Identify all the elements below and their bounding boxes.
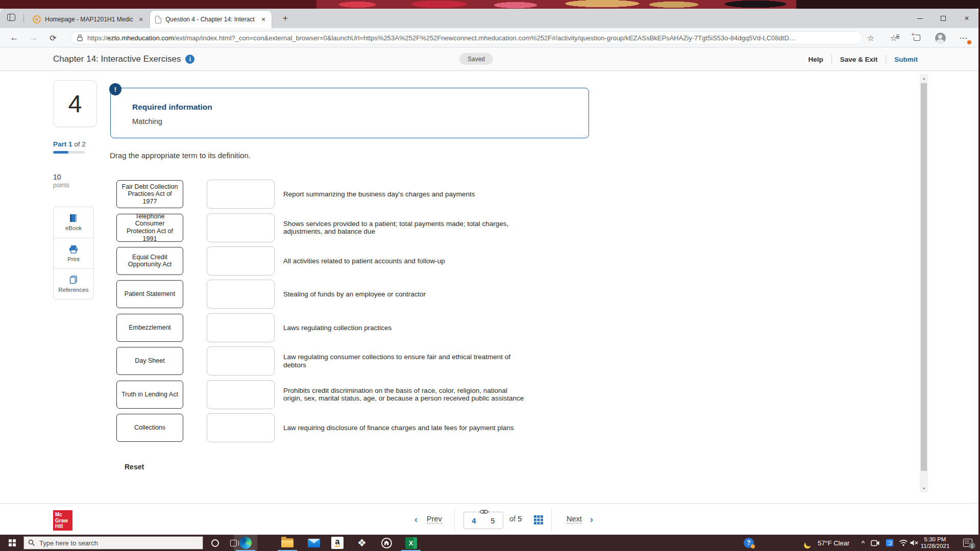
reset-button[interactable]: Reset	[125, 463, 144, 471]
close-tab-icon[interactable]: ✕	[259, 15, 267, 23]
term-draggable[interactable]: Fair Debt Collection Practices Act of 19…	[116, 180, 183, 208]
term-draggable[interactable]: Truth in Lending Act	[116, 381, 183, 409]
required-information-alert: ! Required information Matching	[110, 88, 589, 138]
info-icon[interactable]: i	[185, 55, 194, 64]
scrollbar-thumb[interactable]	[921, 83, 927, 471]
address-bar[interactable]: https://ezto.mheducation.com/ext/map/ind…	[70, 31, 863, 44]
notification-icon: 1	[963, 539, 972, 547]
file-explorer-icon	[281, 538, 293, 547]
cortana-button[interactable]	[206, 535, 224, 551]
term-draggable[interactable]: Embezzlement	[116, 314, 183, 342]
tab-actions-icon	[7, 14, 15, 21]
help-icon: ?	[744, 538, 754, 548]
tab-title: Question 4 - Chapter 14: Interact	[165, 16, 259, 23]
help-notification-dot	[751, 544, 755, 548]
taskbar-app-button[interactable]	[375, 535, 398, 551]
print-icon	[68, 245, 79, 254]
dropbox-icon: ❖	[357, 538, 366, 548]
points-label: points	[53, 182, 69, 189]
maximize-button[interactable]	[932, 9, 955, 28]
moon-icon	[804, 539, 813, 547]
drop-zone[interactable]	[207, 280, 275, 309]
back-button[interactable]: ←	[8, 32, 20, 44]
matching-area: Fair Debt Collection Practices Act of 19…	[116, 178, 524, 444]
scroll-up-icon[interactable]: ▲	[920, 74, 928, 82]
windows-taskbar: a ❖ X ? 57°F Clear ^	[0, 535, 980, 551]
taskbar-dropbox-button[interactable]: ❖	[350, 535, 374, 551]
search-input[interactable]	[39, 539, 187, 547]
tab-question-active[interactable]: Question 4 - Chapter 14: Interact ✕	[150, 11, 272, 28]
refresh-button[interactable]: ⟳	[47, 32, 59, 44]
tray-help-button[interactable]: ?	[741, 535, 756, 551]
close-window-button[interactable]: ✕	[955, 9, 978, 28]
taskbar-amazon-button[interactable]: a	[326, 535, 349, 551]
ink-workspace-icon	[886, 539, 893, 546]
drop-zone[interactable]	[207, 180, 275, 209]
next-chevron-icon[interactable]: ›	[590, 504, 593, 535]
help-button[interactable]: Help	[808, 56, 823, 63]
add-favorite-star-icon[interactable]: ☆	[865, 32, 877, 43]
tray-ink-workspace-button[interactable]	[883, 535, 896, 551]
settings-more-button[interactable]: ⋯	[958, 32, 970, 43]
term-draggable[interactable]: Equal Credit Opportunity Act	[116, 247, 183, 275]
ebook-icon	[68, 214, 79, 223]
definition-text: All activities related to patient accoun…	[283, 257, 524, 265]
term-draggable[interactable]: Telephone Consumer Protection Act of 199…	[116, 214, 183, 242]
drop-zone[interactable]	[207, 346, 275, 375]
tray-overflow-chevron[interactable]: ^	[857, 535, 869, 551]
ebook-button[interactable]: eBook	[54, 207, 93, 238]
cortana-icon	[211, 539, 219, 547]
mail-icon	[308, 539, 320, 547]
linked-questions-chain-icon	[476, 508, 492, 515]
maximize-icon	[941, 16, 946, 21]
lock-icon	[77, 34, 83, 41]
tab-actions-menu-button[interactable]	[7, 14, 17, 23]
favorites-hub-icon[interactable]: ☆	[888, 32, 900, 43]
term-draggable[interactable]: Patient Statement	[116, 280, 183, 308]
submit-button[interactable]: Submit	[894, 56, 918, 63]
next-button[interactable]: Next	[567, 515, 582, 523]
url-text: https://ezto.mheducation.com/ext/map/ind…	[87, 34, 796, 42]
prev-chevron-icon[interactable]: ‹	[414, 504, 418, 535]
tray-meet-now-button[interactable]	[869, 535, 882, 551]
taskbar-search[interactable]	[23, 536, 203, 549]
drop-zone[interactable]	[207, 313, 275, 342]
question-map-grid-icon[interactable]	[534, 515, 543, 524]
weather-widget[interactable]: 57°F Clear	[818, 535, 849, 551]
new-tab-button[interactable]: +	[280, 13, 291, 24]
part-progress-bar	[53, 151, 85, 154]
definition-text: Shows services provided to a patient; to…	[283, 220, 524, 236]
close-tab-icon[interactable]: ✕	[137, 15, 145, 23]
drop-zone[interactable]	[207, 213, 275, 242]
forward-button[interactable]: →	[28, 32, 40, 44]
term-draggable[interactable]: Day Sheet	[116, 347, 183, 375]
definition-text: Law requiring disclosure of finance char…	[283, 424, 524, 432]
tray-notification-button[interactable]: 1	[958, 535, 978, 551]
drop-zone[interactable]	[207, 413, 275, 442]
taskbar-mail-button[interactable]	[302, 535, 326, 551]
minimize-button[interactable]	[908, 9, 932, 28]
collections-icon[interactable]	[911, 32, 923, 43]
print-button[interactable]: Print	[54, 238, 93, 268]
header-separator	[831, 55, 832, 64]
drop-zone[interactable]	[207, 380, 275, 409]
scroll-down-icon[interactable]: ▼	[920, 484, 928, 492]
prev-button[interactable]: Prev	[427, 515, 442, 523]
profile-avatar[interactable]	[934, 32, 946, 43]
start-button[interactable]	[3, 535, 21, 551]
page-number-box[interactable]: 4 5	[463, 512, 503, 529]
save-exit-button[interactable]: Save & Exit	[840, 56, 878, 63]
references-icon	[68, 276, 79, 285]
footer-separator	[454, 508, 455, 531]
saved-status-badge: Saved	[459, 53, 493, 65]
tray-night-light-button[interactable]	[802, 535, 815, 551]
tab-homepage[interactable]: B Homepage - MAP1201H1 Medic ✕	[28, 11, 149, 28]
references-button[interactable]: References	[54, 268, 93, 299]
taskbar-file-explorer-button[interactable]	[276, 535, 299, 551]
drop-zone[interactable]	[207, 246, 275, 276]
taskbar-edge-button[interactable]	[234, 535, 257, 551]
term-draggable[interactable]: Collections	[116, 414, 183, 442]
content-scrollbar[interactable]: ▲ ▼	[920, 74, 928, 492]
taskbar-excel-button[interactable]: X	[399, 535, 423, 551]
tray-clock[interactable]: 5:30 PM 11/28/2021	[919, 535, 951, 551]
